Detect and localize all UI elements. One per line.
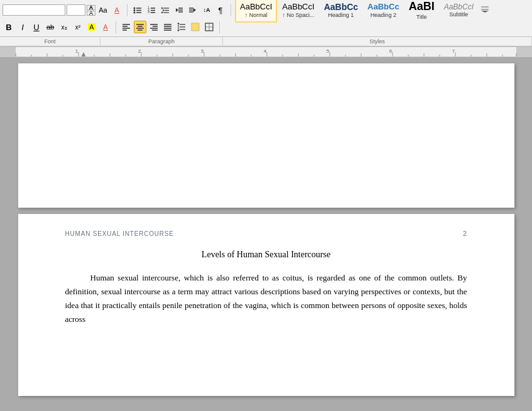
- svg-text:3.: 3.: [148, 10, 150, 14]
- styles-section: AaBbCcI ↑ Normal AaBbCcI ↑ No Spaci... A…: [235, 0, 491, 23]
- svg-marker-18: [176, 8, 178, 12]
- font-section-label: Font: [0, 37, 100, 46]
- decrease-indent-btn[interactable]: [173, 4, 185, 16]
- superscript-btn[interactable]: x²: [72, 21, 84, 33]
- style-heading2-label: Heading 2: [371, 12, 396, 18]
- style-normal-preview: AaBbCcI: [240, 2, 272, 12]
- font-color-btn[interactable]: A: [99, 21, 112, 33]
- page-2[interactable]: HUMAN SEXUAL INTERCOURSE 2 Levels of Hum…: [18, 214, 514, 396]
- svg-point-4: [134, 12, 136, 14]
- svg-marker-28: [481, 11, 489, 13]
- styles-section-label: Styles: [223, 37, 532, 46]
- style-heading2-preview: AaBbCc: [367, 2, 399, 12]
- show-marks-btn[interactable]: ¶: [214, 4, 227, 16]
- style-subtitle-label: Subtitle: [449, 11, 468, 18]
- style-heading1-label: Heading 1: [328, 12, 354, 18]
- style-title-preview: AaBI: [409, 0, 435, 14]
- toolbar: Calibri 12 A A Aa A 1.2.3.: [0, 0, 532, 37]
- style-title-btn[interactable]: AaBI Title: [404, 0, 439, 23]
- style-heading2-btn[interactable]: AaBbCc Heading 2: [363, 0, 404, 23]
- font-case-btn[interactable]: Aa: [97, 4, 109, 16]
- doc-body[interactable]: Human sexual intercourse, which is also …: [65, 271, 467, 326]
- italic-btn[interactable]: I: [16, 21, 29, 33]
- svg-rect-99: [82, 56, 85, 57]
- sections-bar: Font Paragraph Styles: [0, 37, 532, 47]
- sort-btn[interactable]: ↕A: [200, 4, 213, 16]
- style-no-spacing-btn[interactable]: AaBbCcI ↑ No Spaci...: [278, 0, 318, 23]
- bold-btn[interactable]: B: [3, 21, 15, 33]
- numbering-btn[interactable]: 1.2.3.: [145, 4, 158, 16]
- strikethrough-btn[interactable]: ab: [44, 21, 57, 33]
- line-spacing-btn[interactable]: [175, 21, 188, 33]
- toolbar-row1: Calibri 12 A A Aa A 1.2.3.: [3, 1, 529, 19]
- page-1: [18, 63, 514, 208]
- page-header-num: 2: [463, 230, 467, 237]
- align-right-btn[interactable]: [148, 21, 160, 33]
- clear-formatting-btn[interactable]: A: [111, 4, 123, 16]
- font-size-controls: A A: [87, 5, 95, 16]
- svg-point-12: [161, 8, 163, 9]
- shading-btn[interactable]: [189, 21, 202, 33]
- doc-title[interactable]: Levels of Human Sexual Intercourse: [65, 250, 467, 260]
- text-highlight-btn[interactable]: A: [85, 21, 98, 33]
- increase-indent-btn[interactable]: [187, 4, 199, 16]
- svg-marker-50: [177, 30, 180, 31]
- ruler: 1 2 3 4 5 6 7: [0, 47, 532, 57]
- svg-text:6: 6: [389, 48, 393, 54]
- svg-rect-57: [516, 47, 532, 57]
- body-paragraph-1[interactable]: Human sexual intercourse, which is also …: [65, 271, 467, 326]
- svg-text:3: 3: [201, 48, 204, 54]
- style-subtitle-preview: AaBbCcI: [444, 3, 474, 11]
- svg-text:5: 5: [327, 48, 330, 54]
- paragraph-section-label: Paragraph: [100, 37, 223, 46]
- svg-rect-51: [192, 23, 199, 31]
- document-area[interactable]: HUMAN SEXUAL INTERCOURSE 2 Levels of Hum…: [0, 57, 532, 411]
- svg-point-16: [161, 12, 163, 13]
- style-normal-label: ↑ Normal: [245, 12, 268, 18]
- justify-btn[interactable]: [161, 21, 174, 33]
- svg-text:4: 4: [264, 48, 267, 54]
- font-size-shrink-btn[interactable]: A: [87, 11, 95, 16]
- svg-point-14: [163, 9, 164, 11]
- style-no-spacing-preview: AaBbCcI: [282, 2, 314, 12]
- underline-btn[interactable]: U: [30, 21, 43, 33]
- page-header-title: HUMAN SEXUAL INTERCOURSE: [65, 230, 174, 237]
- svg-text:7: 7: [452, 48, 455, 54]
- page-header: HUMAN SEXUAL INTERCOURSE 2: [65, 230, 467, 237]
- svg-text:1: 1: [75, 48, 79, 54]
- style-subtitle-btn[interactable]: AaBbCcI Subtitle: [440, 0, 478, 23]
- style-title-label: Title: [416, 14, 427, 20]
- more-styles-btn[interactable]: [479, 0, 491, 23]
- align-left-btn[interactable]: [120, 21, 133, 33]
- borders-btn[interactable]: [203, 21, 215, 33]
- svg-marker-49: [177, 23, 180, 24]
- multilevel-list-btn[interactable]: [159, 4, 171, 16]
- svg-point-2: [134, 9, 136, 11]
- style-normal-btn[interactable]: AaBbCcI ↑ Normal: [235, 0, 277, 23]
- style-heading1-btn[interactable]: AaBbCc Heading 1: [320, 0, 362, 23]
- font-size-grow-btn[interactable]: A: [87, 5, 95, 10]
- style-heading1-preview: AaBbCc: [324, 2, 358, 13]
- subscript-btn[interactable]: x₂: [58, 21, 70, 33]
- svg-rect-56: [0, 47, 16, 57]
- bullets-btn[interactable]: [131, 4, 144, 16]
- svg-point-0: [134, 8, 136, 9]
- font-name-input[interactable]: Calibri: [3, 4, 65, 16]
- align-center-btn[interactable]: [134, 21, 146, 33]
- style-no-spacing-label: ↑ No Spaci...: [282, 12, 314, 18]
- font-size-input[interactable]: 12: [67, 4, 85, 16]
- svg-marker-22: [193, 8, 196, 12]
- svg-text:2: 2: [138, 48, 141, 54]
